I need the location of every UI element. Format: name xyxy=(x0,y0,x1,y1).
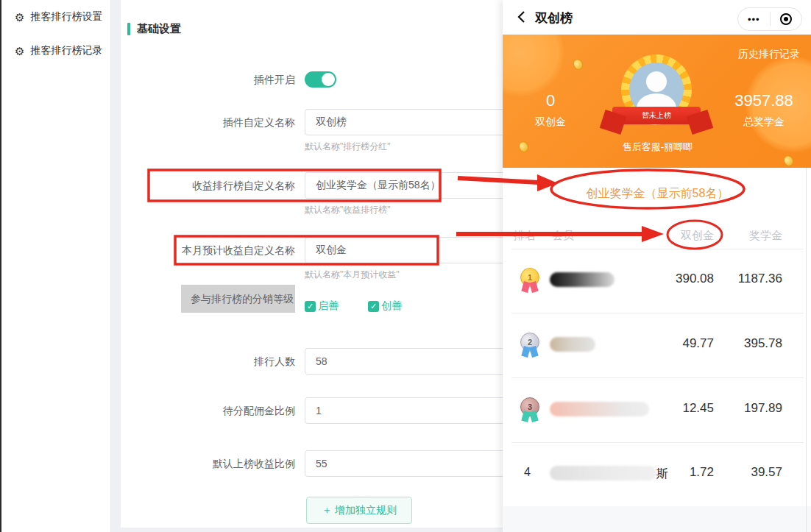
col-scholarship: 奖学金 xyxy=(749,229,782,243)
history-record-link[interactable]: 历史排行记录 xyxy=(738,48,800,61)
rank-count-label: 排行人数 xyxy=(121,348,305,375)
list-title: 创业奖学金（显示前58名） xyxy=(503,186,811,202)
leaderboard-row[interactable]: 3 12.45 197.89 xyxy=(503,378,811,442)
not-ranked-ribbon: 暂未上榜 xyxy=(612,107,701,124)
my-score-stat: 0 双创金 xyxy=(525,91,576,129)
gold-medal-icon: 1 xyxy=(520,268,539,287)
section-title: 基础设置 xyxy=(137,22,181,36)
add-rule-button[interactable]: ＋ 增加独立规则 xyxy=(306,497,412,524)
revenue-rank-name-input[interactable] xyxy=(305,172,525,199)
default-revenue-ratio-input[interactable] xyxy=(305,450,525,477)
checkbox-check-icon: ✓ xyxy=(305,301,316,312)
month-revenue-name-input[interactable] xyxy=(305,237,525,263)
mobile-page-title: 双创榜 xyxy=(535,10,573,26)
member-name-blurred xyxy=(550,272,615,287)
row-score: 49.77 xyxy=(682,336,714,351)
row-score: 390.08 xyxy=(676,272,714,286)
close-target-icon[interactable] xyxy=(771,13,802,25)
row-scholarship: 395.78 xyxy=(744,336,782,351)
level-checkbox-qishan[interactable]: ✓ 启善 xyxy=(305,299,339,313)
section-header: 基础设置 xyxy=(127,22,181,36)
silver-medal-icon: 2 xyxy=(520,333,539,352)
mobile-header: 双创榜 ••• xyxy=(503,0,811,35)
revenue-rank-name-label: 收益排行榜自定义名称 xyxy=(121,172,305,199)
default-revenue-ratio-label: 默认上榜收益比例 xyxy=(121,450,305,477)
month-revenue-name-label: 本月预计收益自定义名称 xyxy=(121,237,305,263)
sidebar-item-ranking-settings[interactable]: ⚙ 推客排行榜设置 xyxy=(1,0,110,34)
row-score: 1.72 xyxy=(690,465,714,480)
section-accent-bar xyxy=(127,23,130,35)
revenue-rank-name-hint: 默认名称"收益排行榜" xyxy=(305,204,525,216)
admin-sidebar: ⚙ 推客排行榜设置 ⚙ 推客排行榜记录 xyxy=(1,0,111,532)
rank-number: 4 xyxy=(524,466,531,479)
rank-count-input[interactable] xyxy=(305,348,525,375)
bronze-medal-icon: 3 xyxy=(520,397,539,416)
add-rule-label: 增加独立规则 xyxy=(335,504,397,516)
leaderboard-header: 排名 会员 双创金 奖学金 xyxy=(503,229,811,248)
leaderboard-row[interactable]: 1 390.08 1187.36 xyxy=(503,249,811,313)
total-scholarship-label: 总奖学金 xyxy=(727,116,801,129)
plugin-name-label: 插件自定义名称 xyxy=(121,109,305,135)
row-score: 12.45 xyxy=(682,401,714,416)
ranking-banner: 历史排行记录 0 双创金 3957.88 总奖学金 暂未上榜 售后客服-丽唧唧 xyxy=(503,35,811,168)
col-member: 会员 xyxy=(552,229,574,243)
col-rank: 排名 xyxy=(514,229,536,243)
sidebar-item-label: 推客排行榜设置 xyxy=(30,10,102,24)
sidebar-item-ranking-records[interactable]: ⚙ 推客排行榜记录 xyxy=(1,34,110,68)
plugin-toggle-label: 插件开启 xyxy=(121,66,305,93)
mobile-footer-area xyxy=(503,506,811,532)
my-score-label: 双创金 xyxy=(525,116,576,129)
coin-icon xyxy=(782,154,795,168)
total-scholarship-stat: 3957.88 总奖学金 xyxy=(727,91,801,129)
plus-icon: ＋ xyxy=(322,504,332,516)
commission-ratio-input[interactable] xyxy=(305,397,525,424)
username: 售后客服-丽唧唧 xyxy=(503,141,811,154)
sidebar-item-label: 推客排行榜记录 xyxy=(30,44,102,57)
leaderboard-row[interactable]: 4 斯 1.72 39.57 xyxy=(503,442,811,506)
level-checkbox-chuangshan[interactable]: ✓ 创善 xyxy=(368,299,402,313)
miniprogram-capsule: ••• xyxy=(737,7,802,31)
checkbox-check-icon: ✓ xyxy=(368,301,379,312)
month-revenue-name-hint: 默认名称"本月预计收益" xyxy=(305,269,525,281)
member-name-blurred xyxy=(550,402,649,416)
row-scholarship: 197.89 xyxy=(744,401,782,416)
member-name-blurred xyxy=(550,337,595,352)
gear-icon: ⚙ xyxy=(15,46,24,57)
col-score: 双创金 xyxy=(681,229,714,243)
plugin-name-hint: 默认名称"排行榜分红" xyxy=(305,141,525,153)
back-chevron-icon[interactable] xyxy=(514,10,529,24)
commission-ratio-label: 待分配佣金比例 xyxy=(121,397,305,424)
distribution-level-label: 参与排行榜的分销等级 xyxy=(181,285,295,313)
row-scholarship: 39.57 xyxy=(751,465,782,480)
toggle-knob xyxy=(322,73,335,86)
coin-icon xyxy=(571,57,584,71)
scrollbar-track[interactable] xyxy=(806,168,807,532)
member-name-visible-char: 斯 xyxy=(656,467,668,482)
plugin-name-input[interactable] xyxy=(305,109,525,135)
mobile-preview: 双创榜 ••• 历史排行记录 0 双创金 3957.88 总奖学金 暂未上榜 售… xyxy=(503,0,811,532)
banner-decor-circle xyxy=(503,35,564,96)
my-score-value: 0 xyxy=(525,91,576,110)
more-menu-icon[interactable]: ••• xyxy=(738,14,770,25)
plugin-enable-toggle[interactable] xyxy=(305,71,336,88)
leaderboard-row[interactable]: 2 49.77 395.78 xyxy=(503,313,811,377)
member-name-blurred xyxy=(550,466,656,480)
level-checkbox-label: 启善 xyxy=(318,299,339,313)
row-scholarship: 1187.36 xyxy=(738,272,782,286)
gear-icon: ⚙ xyxy=(15,12,24,23)
total-scholarship-value: 3957.88 xyxy=(727,91,801,110)
level-checkbox-label: 创善 xyxy=(381,299,402,313)
